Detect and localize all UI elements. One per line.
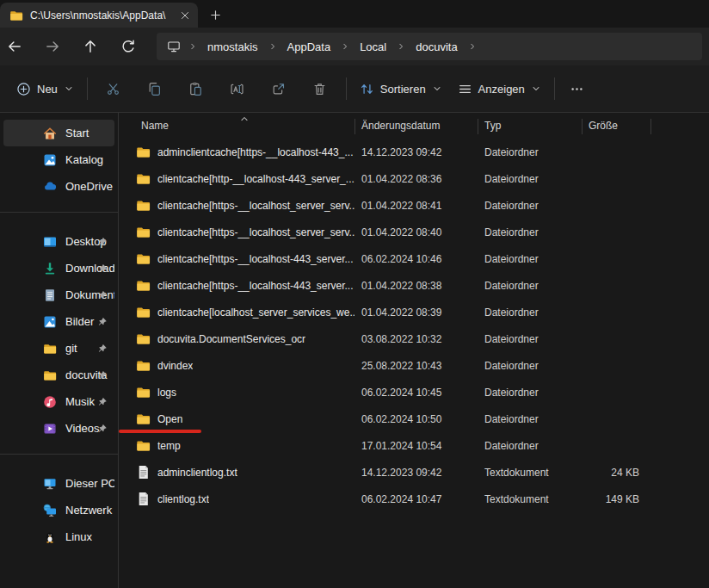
new-item-icon: [16, 82, 31, 96]
folder-icon: [136, 171, 151, 186]
column-header-tail: [650, 113, 709, 139]
file-name: dvindex: [157, 360, 193, 372]
file-name: docuvita.DocumentServices_ocr: [157, 333, 305, 345]
file-row-adminclientlog-txt[interactable]: adminclientlog.txt 14.12.2023 09:42 Text…: [119, 459, 709, 486]
delete-icon: [312, 82, 327, 96]
back-button[interactable]: [2, 34, 28, 59]
file-name: clientcache[https-__localhost-443_server…: [157, 280, 353, 292]
address-bar[interactable]: nmostakisAppDataLocaldocuvita: [157, 33, 702, 60]
file-name-cell: clientcache[https-__localhost-443_server…: [119, 251, 354, 266]
sidebar-item-videos[interactable]: Videos: [3, 415, 114, 442]
file-row-clientcache-https-localhost-server-serv[interactable]: clientcache[https-__localhost_server_ser…: [119, 219, 709, 245]
file-row-clientlog-txt[interactable]: clientlog.txt 06.02.2024 10:47 Textdokum…: [119, 486, 709, 512]
refresh-button[interactable]: [115, 34, 141, 59]
file-name-cell: dvindex: [119, 358, 354, 373]
more-options-button[interactable]: [560, 73, 595, 104]
new-button-label: Neu: [37, 83, 58, 96]
file-row-temp[interactable]: temp 17.01.2024 10:54 Dateiordner: [119, 432, 709, 459]
file-name: adminclientlog.txt: [157, 467, 237, 479]
more-icon: [570, 82, 584, 96]
monitor-icon: [167, 40, 181, 53]
file-row-clientcache-https-localhost-443-server[interactable]: clientcache[https-__localhost-443_server…: [119, 245, 709, 272]
sidebar-item-katalog[interactable]: Katalog: [3, 146, 114, 173]
file-name-cell: adminclientcache[https-__localhost-443_.…: [119, 145, 354, 159]
file-row-logs[interactable]: logs 06.02.2024 10:45 Dateiordner: [119, 379, 709, 405]
sidebar-item-linux[interactable]: Linux: [3, 523, 114, 550]
sidebar-item-desktop[interactable]: Desktop: [3, 228, 114, 255]
rename-button[interactable]: [217, 73, 258, 104]
breadcrumb-item-local[interactable]: Local: [357, 39, 389, 55]
sort-button[interactable]: Sortieren: [352, 73, 450, 104]
sidebar-item-docuvita[interactable]: docuvita: [3, 362, 114, 388]
share-button[interactable]: [258, 73, 299, 104]
chevron-down-icon: [64, 84, 74, 94]
column-header-date[interactable]: Änderungsdatum: [354, 113, 478, 139]
file-row-dvindex[interactable]: dvindex 25.08.2022 10:43 Dateiordner: [119, 352, 709, 379]
column-header-size[interactable]: Größe: [582, 113, 650, 139]
sidebar-item-musik[interactable]: Musik: [3, 388, 114, 415]
pin-icon: [97, 370, 108, 381]
documents-icon: [43, 288, 57, 302]
back-icon: [7, 39, 22, 54]
paste-button[interactable]: [176, 73, 217, 104]
navigation-bar: nmostakisAppDataLocaldocuvita: [0, 28, 709, 65]
sidebar-item-downloads[interactable]: Downloads: [3, 255, 114, 282]
file-row-clientcache-https-localhost-443-server[interactable]: clientcache[https-__localhost-443_server…: [119, 272, 709, 299]
file-type: Dateiordner: [478, 253, 582, 265]
view-button[interactable]: Anzeigen: [450, 73, 549, 104]
delete-button[interactable]: [299, 73, 341, 104]
file-row-open[interactable]: Open 06.02.2024 10:50 Dateiordner: [119, 405, 709, 432]
folder-icon: [136, 305, 151, 319]
chevron-right-icon: [341, 42, 349, 51]
sidebar-item-netzwerk[interactable]: Netzwerk: [3, 497, 114, 523]
sidebar-item-start[interactable]: Start: [3, 120, 114, 146]
sidebar-item-onedrive-persona[interactable]: OneDrive - Persona: [3, 173, 114, 200]
tab-title: C:\Users\nmostakis\AppData\: [30, 9, 172, 22]
sidebar-item-dokumente[interactable]: Dokumente: [3, 282, 114, 308]
column-header-name[interactable]: Name: [119, 113, 354, 139]
explorer-tab[interactable]: C:\Users\nmostakis\AppData\: [0, 3, 198, 28]
sidebar-item-dieser-pc[interactable]: Dieser PC: [3, 470, 114, 497]
sidebar-item-git[interactable]: git: [3, 335, 114, 362]
linux-icon: [43, 530, 57, 544]
toolbar-divider: [346, 77, 347, 100]
main-content: Start Katalog OneDrive - Persona Desktop…: [0, 113, 709, 588]
close-tab-icon[interactable]: [179, 9, 191, 22]
column-header-type[interactable]: Typ: [478, 113, 582, 139]
file-row-adminclientcache-https-localhost-443[interactable]: adminclientcache[https-__localhost-443_.…: [119, 139, 709, 165]
command-toolbar: Neu Sortieren Anzeigen: [0, 65, 709, 113]
new-button[interactable]: Neu: [9, 73, 82, 104]
breadcrumb-item-appdata[interactable]: AppData: [285, 39, 334, 55]
file-name: clientcache[https-__localhost_server_ser…: [157, 200, 354, 212]
network-icon: [43, 504, 57, 517]
file-row-clientcache-http-localhost-443-server[interactable]: clientcache[http-__localhost-443_server_…: [119, 165, 709, 192]
new-tab-button[interactable]: [209, 9, 222, 22]
copy-button[interactable]: [134, 73, 176, 104]
pictures-icon: [43, 315, 57, 329]
file-row-clientcache-https-localhost-server-serv[interactable]: clientcache[https-__localhost_server_ser…: [119, 192, 709, 219]
cut-button[interactable]: [93, 73, 134, 104]
sidebar-item-bilder[interactable]: Bilder: [3, 308, 114, 335]
pin-icon: [97, 424, 108, 434]
breadcrumb-item-nmostakis[interactable]: nmostakis: [205, 39, 261, 55]
file-name-cell: clientcache[localhost_server_services_we…: [119, 305, 354, 319]
file-row-clientcache-localhost-server-services-we[interactable]: clientcache[localhost_server_services_we…: [119, 299, 709, 325]
breadcrumb-item-docuvita[interactable]: docuvita: [413, 39, 459, 55]
title-bar: C:\Users\nmostakis\AppData\: [0, 0, 709, 28]
file-date: 06.02.2024 10:45: [354, 387, 478, 399]
file-type: Dateiordner: [478, 360, 582, 372]
up-button[interactable]: [77, 34, 103, 59]
forward-button[interactable]: [40, 34, 65, 59]
folder-icon: [43, 342, 57, 356]
textfile-icon: [136, 465, 151, 480]
share-icon: [271, 82, 286, 96]
chevron-down-icon: [432, 84, 442, 94]
pin-icon: [97, 397, 108, 407]
up-icon: [83, 39, 98, 54]
file-row-docuvita-documentservices-ocr[interactable]: docuvita.DocumentServices_ocr 03.08.2022…: [119, 325, 709, 352]
toolbar-divider: [554, 77, 555, 100]
pin-icon: [97, 237, 108, 247]
file-type: Dateiordner: [478, 333, 582, 345]
folder-icon: [136, 198, 151, 213]
file-name-cell: Open: [119, 412, 354, 426]
